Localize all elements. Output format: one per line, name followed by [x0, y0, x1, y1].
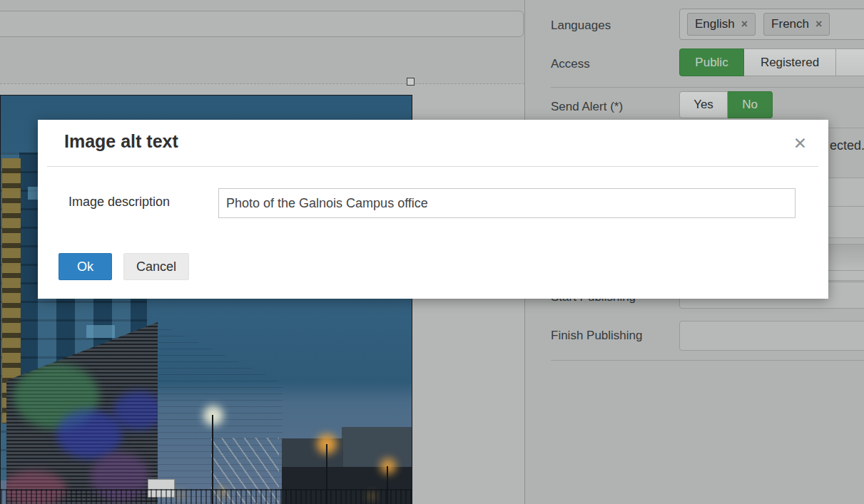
access-option-groups[interactable]: Gr: [836, 48, 864, 76]
photo-glass-patch: [86, 325, 115, 338]
image-description-label: Image description: [68, 195, 170, 210]
photo-lamp-glow: [203, 406, 223, 426]
languages-tag-container[interactable]: English × French ×: [679, 9, 864, 40]
language-tag: French ×: [763, 13, 830, 36]
modal-header-divider: [47, 166, 818, 167]
image-alt-text-modal: Image alt text ✕ Image description Ok Ca…: [38, 120, 828, 299]
tag-label: English: [695, 17, 735, 31]
image-resize-handle[interactable]: [407, 78, 415, 86]
send-alert-yes[interactable]: Yes: [679, 91, 728, 118]
access-label: Access: [551, 57, 590, 71]
access-button-group: Public Registered Gr: [679, 48, 864, 76]
languages-label: Languages: [551, 19, 611, 33]
access-option-registered[interactable]: Registered: [744, 48, 836, 76]
modal-title: Image alt text: [64, 131, 178, 152]
remove-tag-icon[interactable]: ×: [741, 18, 748, 31]
panel-divider: [551, 87, 864, 88]
photo-streetlight-glow: [380, 458, 396, 474]
screen: 1 2 3 ▼: [0, 0, 864, 504]
photo-blue-glow: [56, 409, 122, 459]
send-alert-no[interactable]: No: [728, 91, 773, 118]
image-description-input[interactable]: [218, 188, 796, 218]
article-title-input[interactable]: [0, 11, 524, 37]
language-tag: English ×: [687, 13, 756, 36]
access-option-public[interactable]: Public: [679, 48, 744, 76]
photo-blue-glow: [113, 391, 158, 431]
remove-tag-icon[interactable]: ×: [815, 18, 822, 31]
panel-message-fragment: ected.: [830, 138, 864, 153]
editor-toolbar: 1 2 3 ▼: [0, 45, 524, 83]
close-icon[interactable]: ✕: [793, 135, 807, 152]
finish-publishing-label: Finish Publishing: [551, 329, 643, 343]
finish-publishing-input[interactable]: [679, 321, 864, 351]
tag-label: French: [771, 17, 809, 31]
photo-fence: [1, 489, 412, 504]
panel-divider: [551, 360, 864, 361]
cancel-button[interactable]: Cancel: [123, 253, 189, 280]
send-alert-button-group: Yes No: [679, 91, 773, 118]
send-alert-label: Send Alert (*): [551, 100, 623, 114]
ok-button[interactable]: Ok: [59, 253, 112, 280]
